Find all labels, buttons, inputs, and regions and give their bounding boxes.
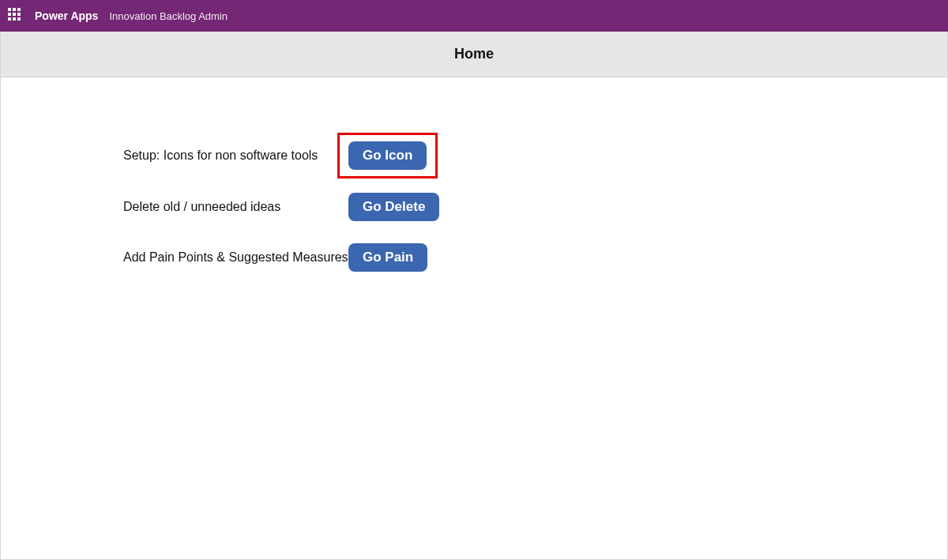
go-icon-button[interactable]: Go Icon: [348, 141, 427, 170]
home-content: Setup: Icons for non software tools Go I…: [1, 77, 947, 272]
row-delete-ideas: Delete old / unneeded ideas Go Delete: [123, 193, 947, 221]
app-launcher-icon[interactable]: [8, 8, 24, 24]
row-setup-icons: Setup: Icons for non software tools Go I…: [123, 133, 947, 179]
page-header: Home: [1, 32, 947, 77]
go-pain-button[interactable]: Go Pain: [348, 243, 427, 272]
label-setup-icons: Setup: Icons for non software tools: [123, 148, 348, 163]
app-name: Innovation Backlog Admin: [109, 10, 228, 22]
suite-header: Power Apps Innovation Backlog Admin: [0, 0, 948, 32]
page-title: Home: [454, 46, 494, 62]
row-pain-points: Add Pain Points & Suggested Measures Go …: [123, 243, 947, 272]
label-delete-ideas: Delete old / unneeded ideas: [123, 200, 348, 214]
label-pain-points: Add Pain Points & Suggested Measures: [123, 250, 348, 265]
product-name: Power Apps: [35, 9, 98, 22]
highlight-annotation: Go Icon: [337, 133, 438, 179]
go-delete-button[interactable]: Go Delete: [348, 193, 439, 221]
app-frame: Home Setup: Icons for non software tools…: [0, 32, 948, 560]
